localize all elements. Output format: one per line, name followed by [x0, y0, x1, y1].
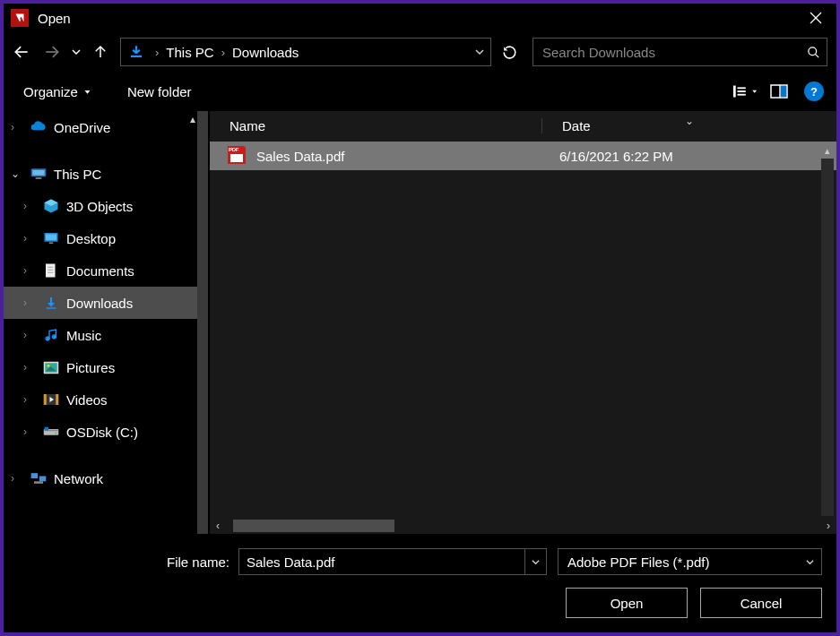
organize-button[interactable]: Organize [16, 81, 99, 103]
address-bar[interactable]: › This PC › Downloads [120, 38, 491, 66]
scrollbar-track[interactable] [821, 159, 834, 516]
tree-item-pictures[interactable]: › Pictures [4, 351, 197, 383]
cancel-button[interactable]: Cancel [700, 588, 822, 618]
scroll-up-icon[interactable]: ▴ [190, 113, 195, 125]
open-button[interactable]: Open [566, 588, 688, 618]
sidebar-resize-handle[interactable] [197, 111, 208, 534]
vertical-scrollbar[interactable]: ▴ [820, 145, 835, 518]
chevron-down-icon[interactable]: ⌄ [11, 168, 23, 180]
organize-label: Organize [23, 84, 78, 99]
navbar: › This PC › Downloads [4, 32, 836, 72]
horizontal-scrollbar[interactable]: ‹ › [210, 518, 836, 534]
svg-rect-19 [36, 177, 42, 179]
tree-label: Network [54, 471, 103, 486]
svg-rect-39 [56, 394, 58, 405]
svg-rect-5 [131, 56, 142, 57]
chevron-right-icon[interactable]: › [23, 297, 36, 309]
desktop-icon [41, 228, 61, 248]
new-folder-label: New folder [127, 84, 192, 99]
tree-item-desktop[interactable]: › Desktop [4, 222, 197, 254]
search-bar[interactable] [533, 38, 827, 66]
tree-item-onedrive[interactable]: › OneDrive [4, 111, 197, 143]
help-button[interactable]: ? [804, 82, 824, 101]
tree-label: 3D Objects [66, 199, 133, 214]
address-dropdown[interactable] [469, 47, 490, 57]
filename-input[interactable] [239, 554, 524, 570]
filename-dropdown[interactable] [524, 549, 546, 574]
scroll-right-icon[interactable]: › [820, 520, 836, 532]
chevron-right-icon[interactable]: › [11, 472, 23, 485]
svg-rect-47 [34, 481, 43, 484]
tree-label: Music [66, 328, 101, 343]
filename-combobox[interactable] [238, 548, 547, 575]
file-list[interactable]: Sales Data.pdf 6/16/2021 6:22 PM ▴ [210, 142, 836, 518]
svg-rect-12 [738, 94, 746, 96]
tree-label: OSDisk (C:) [66, 425, 138, 440]
chevron-right-icon[interactable]: › [23, 329, 36, 341]
new-folder-button[interactable]: New folder [120, 81, 199, 103]
tree-label: Desktop [66, 231, 116, 246]
breadcrumb-downloads[interactable]: Downloads [229, 43, 302, 62]
scroll-left-icon[interactable]: ‹ [210, 520, 226, 532]
svg-rect-46 [39, 477, 47, 482]
scrollbar-thumb[interactable] [233, 520, 394, 532]
bottom-panel: File name: Adobe PDF Files (*.pdf) Open … [4, 534, 836, 632]
column-header-date[interactable]: ⌄ Date [541, 118, 836, 133]
search-input[interactable] [533, 45, 800, 60]
tree-item-videos[interactable]: › Videos [4, 383, 197, 416]
column-headers: Name ⌄ Date [210, 111, 836, 142]
chevron-right-icon[interactable]: › [11, 121, 23, 133]
tree-label: OneDrive [54, 120, 110, 135]
preview-pane-button[interactable] [766, 79, 792, 104]
search-icon[interactable] [800, 46, 827, 59]
tree-item-osdisk[interactable]: › OSDisk (C:) [4, 416, 197, 448]
computer-icon [29, 164, 48, 184]
onedrive-icon [29, 117, 48, 137]
tree-item-music[interactable]: › Music [4, 319, 197, 351]
filter-text: Adobe PDF Files (*.pdf) [559, 554, 798, 570]
tree-item-thispc[interactable]: ⌄ This PC [4, 158, 197, 190]
nav-forward-button[interactable] [38, 37, 66, 67]
chevron-right-icon[interactable]: › [23, 200, 36, 212]
file-name: Sales Data.pdf [256, 149, 543, 164]
tree-item-3dobjects[interactable]: › 3D Objects [4, 190, 197, 222]
nav-recent-dropdown[interactable] [68, 37, 84, 67]
scroll-up-icon[interactable]: ▴ [825, 145, 830, 157]
file-row[interactable]: Sales Data.pdf 6/16/2021 6:22 PM [210, 142, 836, 170]
filter-dropdown[interactable] [798, 557, 821, 567]
svg-marker-8 [84, 90, 90, 94]
svg-rect-44 [45, 427, 49, 431]
chevron-right-icon[interactable]: › [23, 264, 36, 277]
chevron-right-icon[interactable]: › [23, 361, 36, 374]
svg-rect-18 [32, 170, 44, 176]
tree-label: Videos [66, 392, 108, 408]
close-button[interactable] [795, 4, 836, 32]
svg-point-31 [47, 337, 50, 340]
file-type-filter[interactable]: Adobe PDF Files (*.pdf) [558, 548, 822, 575]
tree-item-network[interactable]: › Network [4, 462, 197, 494]
view-options-button[interactable] [732, 79, 758, 104]
toolbar: Organize New folder ? [4, 72, 836, 111]
titlebar: Open [4, 4, 836, 32]
chevron-right-icon[interactable]: › [218, 46, 229, 59]
chevron-right-icon[interactable]: › [23, 232, 36, 245]
column-header-name[interactable]: Name [210, 118, 541, 133]
breadcrumb-thispc[interactable]: This PC [162, 43, 217, 62]
chevron-right-icon[interactable]: › [152, 46, 162, 59]
tree-item-downloads[interactable]: › Downloads [4, 287, 197, 319]
tree-label: Pictures [66, 360, 115, 375]
filename-label: File name: [4, 554, 238, 570]
chevron-right-icon[interactable]: › [23, 425, 36, 438]
videos-icon [41, 390, 61, 409]
refresh-button[interactable] [495, 38, 524, 66]
downloads-folder-icon [126, 42, 146, 62]
svg-rect-30 [47, 307, 56, 308]
chevron-right-icon[interactable]: › [23, 393, 36, 406]
pictures-icon [41, 357, 61, 377]
svg-point-6 [808, 47, 816, 55]
nav-back-button[interactable] [7, 37, 36, 67]
nav-up-button[interactable] [86, 37, 115, 67]
svg-point-35 [48, 364, 50, 366]
svg-rect-23 [46, 235, 56, 241]
tree-item-documents[interactable]: › Documents [4, 254, 197, 287]
